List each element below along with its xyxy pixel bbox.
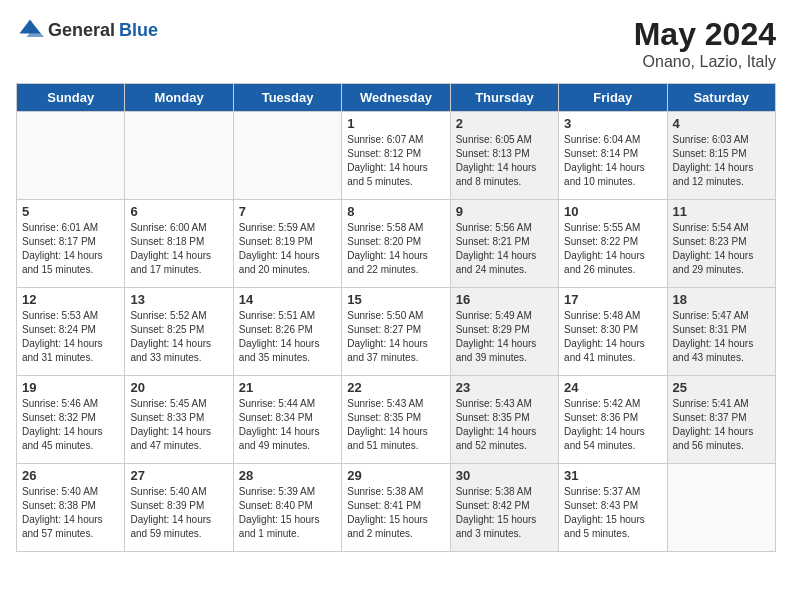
day-number: 6 (130, 204, 227, 219)
day-number: 12 (22, 292, 119, 307)
day-info: Sunrise: 6:03 AM Sunset: 8:15 PM Dayligh… (673, 133, 770, 189)
day-number: 29 (347, 468, 444, 483)
day-info: Sunrise: 6:00 AM Sunset: 8:18 PM Dayligh… (130, 221, 227, 277)
calendar-cell (125, 112, 233, 200)
weekday-header-thursday: Thursday (450, 84, 558, 112)
weekday-header-friday: Friday (559, 84, 667, 112)
day-info: Sunrise: 6:04 AM Sunset: 8:14 PM Dayligh… (564, 133, 661, 189)
calendar-cell: 11Sunrise: 5:54 AM Sunset: 8:23 PM Dayli… (667, 200, 775, 288)
weekday-header-wednesday: Wednesday (342, 84, 450, 112)
calendar-cell (17, 112, 125, 200)
day-number: 23 (456, 380, 553, 395)
day-number: 8 (347, 204, 444, 219)
calendar-cell: 2Sunrise: 6:05 AM Sunset: 8:13 PM Daylig… (450, 112, 558, 200)
day-number: 18 (673, 292, 770, 307)
calendar-cell: 12Sunrise: 5:53 AM Sunset: 8:24 PM Dayli… (17, 288, 125, 376)
day-info: Sunrise: 5:47 AM Sunset: 8:31 PM Dayligh… (673, 309, 770, 365)
day-info: Sunrise: 6:05 AM Sunset: 8:13 PM Dayligh… (456, 133, 553, 189)
day-number: 10 (564, 204, 661, 219)
day-info: Sunrise: 5:39 AM Sunset: 8:40 PM Dayligh… (239, 485, 336, 541)
day-info: Sunrise: 5:41 AM Sunset: 8:37 PM Dayligh… (673, 397, 770, 453)
day-info: Sunrise: 5:51 AM Sunset: 8:26 PM Dayligh… (239, 309, 336, 365)
day-number: 17 (564, 292, 661, 307)
weekday-header-saturday: Saturday (667, 84, 775, 112)
calendar-cell: 16Sunrise: 5:49 AM Sunset: 8:29 PM Dayli… (450, 288, 558, 376)
calendar-cell: 4Sunrise: 6:03 AM Sunset: 8:15 PM Daylig… (667, 112, 775, 200)
day-number: 13 (130, 292, 227, 307)
logo-general-text: General (48, 20, 115, 41)
weekday-header-monday: Monday (125, 84, 233, 112)
week-row-1: 1Sunrise: 6:07 AM Sunset: 8:12 PM Daylig… (17, 112, 776, 200)
title-block: May 2024 Onano, Lazio, Italy (634, 16, 776, 71)
day-number: 14 (239, 292, 336, 307)
day-number: 31 (564, 468, 661, 483)
calendar-cell: 22Sunrise: 5:43 AM Sunset: 8:35 PM Dayli… (342, 376, 450, 464)
calendar-cell: 3Sunrise: 6:04 AM Sunset: 8:14 PM Daylig… (559, 112, 667, 200)
week-row-4: 19Sunrise: 5:46 AM Sunset: 8:32 PM Dayli… (17, 376, 776, 464)
weekday-header-sunday: Sunday (17, 84, 125, 112)
calendar-cell: 19Sunrise: 5:46 AM Sunset: 8:32 PM Dayli… (17, 376, 125, 464)
page-header: General Blue May 2024 Onano, Lazio, Ital… (16, 16, 776, 71)
day-number: 24 (564, 380, 661, 395)
calendar-cell: 30Sunrise: 5:38 AM Sunset: 8:42 PM Dayli… (450, 464, 558, 552)
logo: General Blue (16, 16, 158, 44)
calendar-table: SundayMondayTuesdayWednesdayThursdayFrid… (16, 83, 776, 552)
calendar-cell: 18Sunrise: 5:47 AM Sunset: 8:31 PM Dayli… (667, 288, 775, 376)
calendar-title: May 2024 (634, 16, 776, 53)
day-info: Sunrise: 5:53 AM Sunset: 8:24 PM Dayligh… (22, 309, 119, 365)
day-number: 25 (673, 380, 770, 395)
day-number: 20 (130, 380, 227, 395)
day-info: Sunrise: 5:45 AM Sunset: 8:33 PM Dayligh… (130, 397, 227, 453)
day-info: Sunrise: 5:52 AM Sunset: 8:25 PM Dayligh… (130, 309, 227, 365)
day-number: 15 (347, 292, 444, 307)
day-info: Sunrise: 5:54 AM Sunset: 8:23 PM Dayligh… (673, 221, 770, 277)
day-number: 16 (456, 292, 553, 307)
day-info: Sunrise: 5:59 AM Sunset: 8:19 PM Dayligh… (239, 221, 336, 277)
day-number: 22 (347, 380, 444, 395)
calendar-cell: 21Sunrise: 5:44 AM Sunset: 8:34 PM Dayli… (233, 376, 341, 464)
calendar-cell: 23Sunrise: 5:43 AM Sunset: 8:35 PM Dayli… (450, 376, 558, 464)
logo-icon (16, 16, 44, 44)
day-info: Sunrise: 5:44 AM Sunset: 8:34 PM Dayligh… (239, 397, 336, 453)
day-info: Sunrise: 6:01 AM Sunset: 8:17 PM Dayligh… (22, 221, 119, 277)
calendar-cell: 17Sunrise: 5:48 AM Sunset: 8:30 PM Dayli… (559, 288, 667, 376)
day-number: 26 (22, 468, 119, 483)
logo-blue-text: Blue (119, 20, 158, 41)
day-number: 21 (239, 380, 336, 395)
calendar-cell: 31Sunrise: 5:37 AM Sunset: 8:43 PM Dayli… (559, 464, 667, 552)
week-row-5: 26Sunrise: 5:40 AM Sunset: 8:38 PM Dayli… (17, 464, 776, 552)
day-info: Sunrise: 5:38 AM Sunset: 8:41 PM Dayligh… (347, 485, 444, 541)
day-info: Sunrise: 5:58 AM Sunset: 8:20 PM Dayligh… (347, 221, 444, 277)
day-info: Sunrise: 5:37 AM Sunset: 8:43 PM Dayligh… (564, 485, 661, 541)
calendar-cell: 13Sunrise: 5:52 AM Sunset: 8:25 PM Dayli… (125, 288, 233, 376)
calendar-cell: 29Sunrise: 5:38 AM Sunset: 8:41 PM Dayli… (342, 464, 450, 552)
day-number: 7 (239, 204, 336, 219)
calendar-cell: 27Sunrise: 5:40 AM Sunset: 8:39 PM Dayli… (125, 464, 233, 552)
day-info: Sunrise: 5:48 AM Sunset: 8:30 PM Dayligh… (564, 309, 661, 365)
day-info: Sunrise: 5:50 AM Sunset: 8:27 PM Dayligh… (347, 309, 444, 365)
calendar-cell (667, 464, 775, 552)
calendar-cell: 7Sunrise: 5:59 AM Sunset: 8:19 PM Daylig… (233, 200, 341, 288)
calendar-cell: 25Sunrise: 5:41 AM Sunset: 8:37 PM Dayli… (667, 376, 775, 464)
day-info: Sunrise: 5:55 AM Sunset: 8:22 PM Dayligh… (564, 221, 661, 277)
day-number: 2 (456, 116, 553, 131)
calendar-cell: 1Sunrise: 6:07 AM Sunset: 8:12 PM Daylig… (342, 112, 450, 200)
calendar-cell: 24Sunrise: 5:42 AM Sunset: 8:36 PM Dayli… (559, 376, 667, 464)
calendar-cell: 6Sunrise: 6:00 AM Sunset: 8:18 PM Daylig… (125, 200, 233, 288)
day-number: 11 (673, 204, 770, 219)
calendar-cell (233, 112, 341, 200)
calendar-cell: 9Sunrise: 5:56 AM Sunset: 8:21 PM Daylig… (450, 200, 558, 288)
day-info: Sunrise: 5:56 AM Sunset: 8:21 PM Dayligh… (456, 221, 553, 277)
calendar-cell: 8Sunrise: 5:58 AM Sunset: 8:20 PM Daylig… (342, 200, 450, 288)
day-info: Sunrise: 5:42 AM Sunset: 8:36 PM Dayligh… (564, 397, 661, 453)
day-number: 1 (347, 116, 444, 131)
day-info: Sunrise: 5:43 AM Sunset: 8:35 PM Dayligh… (347, 397, 444, 453)
day-info: Sunrise: 5:43 AM Sunset: 8:35 PM Dayligh… (456, 397, 553, 453)
calendar-cell: 28Sunrise: 5:39 AM Sunset: 8:40 PM Dayli… (233, 464, 341, 552)
day-info: Sunrise: 5:40 AM Sunset: 8:38 PM Dayligh… (22, 485, 119, 541)
calendar-cell: 14Sunrise: 5:51 AM Sunset: 8:26 PM Dayli… (233, 288, 341, 376)
day-info: Sunrise: 5:49 AM Sunset: 8:29 PM Dayligh… (456, 309, 553, 365)
weekday-header-row: SundayMondayTuesdayWednesdayThursdayFrid… (17, 84, 776, 112)
day-number: 19 (22, 380, 119, 395)
day-number: 3 (564, 116, 661, 131)
